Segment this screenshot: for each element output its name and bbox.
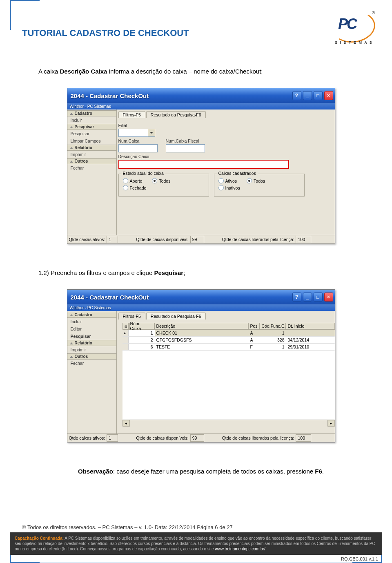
sidebar-item-editar[interactable]: Editar (67, 325, 116, 333)
help-button[interactable]: ? (292, 293, 301, 302)
numcaixafiscal-input[interactable] (166, 144, 205, 152)
radio-aberto[interactable]: Aberto (123, 178, 143, 183)
status-label: Qtde caixas ativos: (67, 237, 107, 242)
col-header-dt[interactable]: Dt. Inicio (286, 323, 335, 329)
sidebar-section-pesquisar[interactable]: Pesquisar (67, 124, 116, 130)
document-id: RQ.GBC.001 v.1.1 (341, 556, 378, 561)
sidebar-item-fechar[interactable]: Fechar (67, 164, 116, 172)
text-bold: Observação (78, 468, 113, 475)
maximize-button[interactable]: □ (314, 91, 323, 100)
window-titlebar: 2044 - Cadastrar CheckOut ? _ □ × (67, 88, 335, 103)
cell: 2 (129, 337, 155, 343)
filial-dropdown[interactable] (118, 129, 155, 137)
text-bold: Descrição Caixa (60, 68, 107, 75)
footer-banner-text: A PC Sistemas disponibiliza soluções em … (15, 536, 375, 551)
sidebar-item-imprimir[interactable]: Imprimir (67, 346, 116, 353)
minimize-button[interactable]: _ (303, 91, 312, 100)
step-paragraph: 1.2) Preencha os filtros e campos e cliq… (38, 268, 363, 277)
text: informa a descrição do caixa – nome do c… (107, 68, 263, 75)
scroll-left-icon[interactable]: ◄ (122, 420, 130, 427)
col-header-pos[interactable]: Pos (248, 323, 260, 329)
status-bar: Qtde caixas ativos: 1 Qtde de caixas dis… (67, 235, 335, 244)
fieldset-title: Estado atual do caixa (121, 171, 165, 176)
tab-resultado[interactable]: Resultado da Pesquisa-F6 (146, 313, 206, 319)
window-subtitle: Winthor - PC Sistemas (67, 304, 335, 311)
col-header-cod[interactable]: Cód.Func.C. (260, 323, 286, 329)
status-value: 100 (296, 236, 311, 243)
row-indicator-icon (122, 330, 129, 336)
sidebar-item-imprimir[interactable]: Imprimir (67, 151, 116, 158)
table-row[interactable]: 6 TESTE F 1 29/01/2010 (122, 344, 335, 351)
close-button[interactable]: × (324, 293, 333, 302)
sidebar-item-limpar[interactable]: Limpar Campos (67, 137, 116, 145)
cell: 1 (260, 330, 286, 336)
tab-filtros[interactable]: Filtros-F5 (118, 313, 145, 319)
table-row[interactable]: 2 GFGFGSFDGSFS A 328 04/12/2014 (122, 337, 335, 344)
status-label: Qtde de caixas disponíveis: (134, 237, 190, 242)
status-label: Qtde de caixas liberados pela licença: (220, 237, 296, 242)
scroll-right-icon[interactable]: ► (327, 420, 335, 427)
status-value: 99 (190, 434, 204, 442)
close-button[interactable]: × (324, 91, 333, 100)
sidebar-item-pesquisar-selected[interactable]: Pesquisar (67, 333, 116, 340)
col-header-desc[interactable]: Descrição (154, 323, 248, 329)
text-bold: Pesquisar (154, 269, 183, 276)
cell: TESTE (155, 344, 249, 350)
sidebar-section-outros[interactable]: Outros (67, 353, 116, 360)
status-label: Qtde de caixas disponíveis: (134, 435, 190, 441)
tab-filtros[interactable]: Filtros-F5 (118, 111, 145, 118)
grid-selector-icon[interactable]: ⊞ (122, 323, 130, 330)
cell: 328 (260, 337, 286, 343)
table-header: Núm. Caixa Descrição Pos Cód.Func.C. Dt.… (122, 323, 335, 330)
table-body: 1 CHECK 01 A 1 2 GFGFGSFDGSFS A 328 (122, 330, 335, 420)
window-titlebar: 2044 - Cadastrar CheckOut ? _ □ × (67, 290, 335, 304)
sidebar-section-cadastro[interactable]: Cadastro (67, 312, 116, 318)
screenshot-1: 2044 - Cadastrar CheckOut ? _ □ × Wintho… (67, 88, 335, 244)
sidebar-item-fechar[interactable]: Fechar (67, 360, 116, 367)
help-button[interactable]: ? (292, 91, 301, 100)
sidebar-item-incluir[interactable]: Incluir (67, 318, 116, 325)
cell: 6 (129, 344, 155, 350)
numcaixa-input[interactable] (118, 144, 158, 152)
status-value: 1 (107, 236, 118, 243)
logo-text: PC (338, 16, 356, 33)
sidebar-section-cadastro[interactable]: Cadastro (67, 110, 116, 116)
maximize-button[interactable]: □ (314, 293, 323, 302)
label-numcaixa: Num.Caixa (118, 139, 158, 143)
table-row-selected[interactable]: 1 CHECK 01 A 1 (122, 330, 335, 337)
text: 1.2) Preencha os filtros e campos e cliq… (38, 269, 154, 276)
chevron-down-icon[interactable] (148, 129, 155, 137)
radio-inativos[interactable]: Inativos (218, 185, 240, 190)
cell: GFGFGSFDGSFS (155, 337, 249, 343)
tab-resultado[interactable]: Resultado da Pesquisa-F6 (146, 111, 206, 118)
radio-fechado[interactable]: Fechado (123, 185, 147, 190)
sidebar-section-relatorio[interactable]: Relatório (67, 340, 116, 346)
cell: CHECK 01 (155, 330, 249, 336)
sidebar-section-outros[interactable]: Outros (67, 158, 116, 164)
fieldset-title: Caixas cadastrados (217, 171, 258, 176)
status-value: 99 (190, 236, 204, 243)
descricao-input-highlighted[interactable] (118, 160, 289, 169)
sidebar-item-incluir[interactable]: Incluir (67, 116, 116, 124)
sidebar-section-relatorio[interactable]: Relatório (67, 145, 116, 151)
cell: A (249, 337, 260, 343)
status-label: Qtde caixas ativos: (67, 435, 107, 441)
col-header-num[interactable]: Núm. Caixa (128, 323, 154, 329)
status-value: 1 (107, 434, 118, 442)
label-filial: Filial (118, 123, 333, 128)
horizontal-scrollbar[interactable]: ◄ ► (122, 420, 335, 427)
cell: 29/01/2010 (286, 344, 335, 350)
footer-banner-link: www.treinamentopc.com.br/ (215, 547, 265, 551)
footer-banner: Capacitação Continuada: A PC Sistemas di… (10, 532, 382, 555)
minimize-button[interactable]: _ (303, 293, 312, 302)
cell: 1 (129, 330, 155, 336)
page-title: TUTORIAL CADASTRO DE CHECKOUT (22, 28, 189, 38)
label-descricao: Descrição Caixa (118, 154, 333, 159)
radio-ativos[interactable]: Ativos (218, 178, 237, 183)
radio-todos[interactable]: Todos (152, 178, 170, 183)
sidebar-item-pesquisar[interactable]: Pesquisar (67, 130, 116, 137)
radio-todos-2[interactable]: Todos (247, 178, 265, 183)
text: A caixa (38, 68, 60, 75)
window-title: 2044 - Cadastrar CheckOut (69, 92, 149, 99)
footer-banner-title: Capacitação Continuada: (15, 536, 64, 541)
